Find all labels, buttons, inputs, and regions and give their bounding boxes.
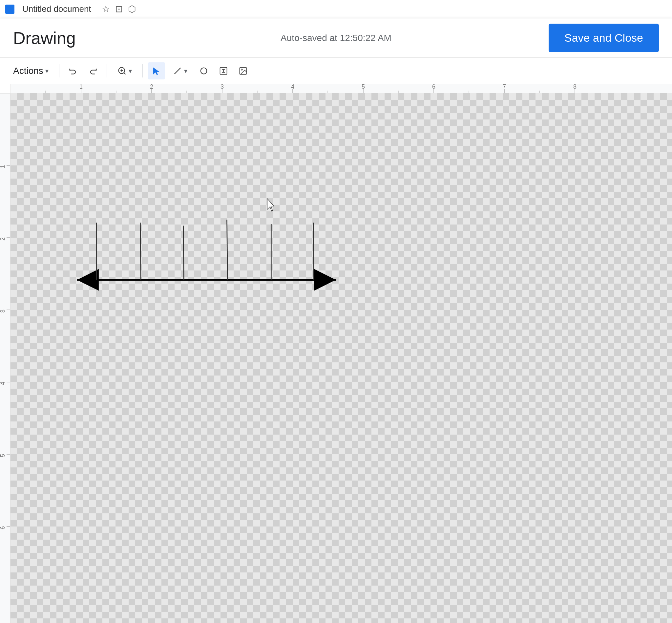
image-button[interactable] [235,62,252,80]
canvas-row: 1 2 3 4 5 6 [0,93,672,623]
ruler-v-svg: 1 2 3 4 5 6 [0,93,10,623]
svg-text:6: 6 [0,526,6,530]
svg-line-54 [227,219,228,280]
svg-line-56 [313,222,314,280]
autosave-text: Auto-saved at 12:50:22 AM [280,33,392,43]
canvas-area: 1 2 3 4 5 6 7 8 [0,84,672,623]
svg-text:8: 8 [573,84,577,90]
undo-button[interactable] [65,62,82,80]
svg-text:4: 4 [0,382,6,385]
svg-text:6: 6 [432,84,435,90]
svg-text:5: 5 [0,454,6,457]
toolbar-separator-2 [106,64,107,78]
shapes-button[interactable] [195,62,212,80]
svg-text:3: 3 [0,309,6,313]
svg-text:5: 5 [362,84,365,90]
svg-point-5 [201,68,207,74]
svg-text:4: 4 [291,84,294,90]
drawing-svg [10,93,672,623]
browser-tab[interactable]: Untitled document [17,1,96,17]
save-close-button[interactable]: Save and Close [549,24,659,52]
redo-button[interactable] [84,62,101,80]
ruler-h-svg: 1 2 3 4 5 6 7 8 [10,84,672,93]
ruler-horizontal: 1 2 3 4 5 6 7 8 [10,84,672,93]
browser-bar: Untitled document ☆ ⊡ ⬡ [0,0,672,19]
svg-text:7: 7 [503,84,506,90]
svg-text:3: 3 [220,84,224,90]
svg-line-52 [140,222,141,280]
zoom-chevron-icon: ▾ [129,67,132,75]
line-chevron-icon: ▾ [184,67,187,75]
svg-line-4 [174,68,180,74]
drawing-canvas[interactable] [10,93,672,623]
drawing-dialog: Drawing Auto-saved at 12:50:22 AM Save a… [0,19,672,623]
bookmark-icon[interactable]: ⊡ [115,4,123,14]
zoom-button[interactable]: ▾ [112,63,137,79]
toolbar-separator-3 [143,64,143,78]
dialog-header: Drawing Auto-saved at 12:50:22 AM Save a… [0,19,672,58]
toolbar: Actions ▾ ▾ [0,58,672,84]
actions-label: Actions [13,66,43,76]
actions-button[interactable]: Actions ▾ [8,62,54,80]
actions-chevron-icon: ▾ [45,67,49,75]
text-button[interactable] [215,62,232,80]
ruler-vertical: 1 2 3 4 5 6 [0,93,10,623]
svg-line-1 [124,72,125,74]
select-button[interactable] [148,62,165,80]
svg-text:1: 1 [80,84,83,90]
line-button[interactable]: ▾ [168,63,193,79]
cloud-icon[interactable]: ⬡ [128,4,136,14]
svg-point-11 [241,69,243,70]
toolbar-separator-1 [59,64,59,78]
svg-text:2: 2 [150,84,153,90]
canvas-with-rulers: 1 2 3 4 5 6 7 8 [0,84,672,623]
tab-favicon [5,5,14,14]
svg-line-53 [183,226,184,280]
svg-text:1: 1 [0,165,6,168]
star-icon[interactable]: ☆ [102,4,110,14]
dialog-title: Drawing [13,28,76,48]
svg-text:2: 2 [0,237,6,241]
